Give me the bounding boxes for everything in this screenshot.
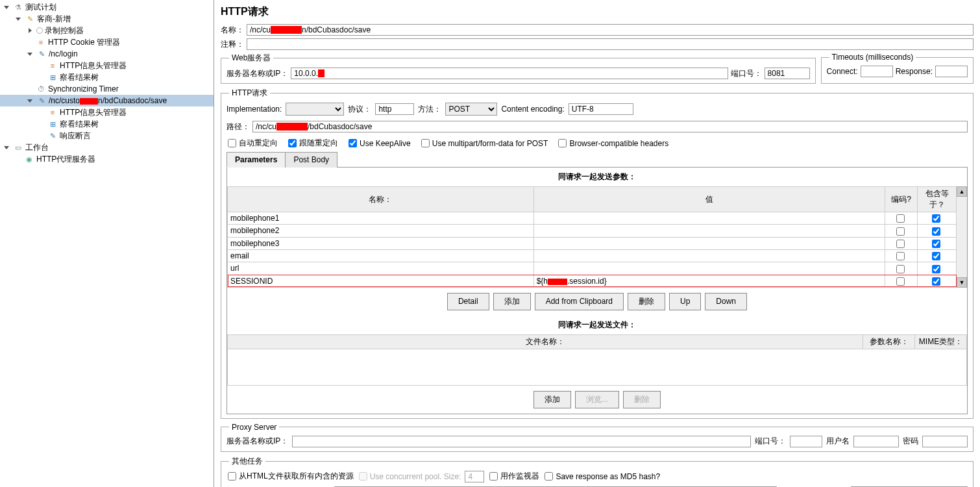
pool-size-input (465, 471, 484, 482)
scrollbar[interactable]: ▲ ▼ (957, 186, 967, 288)
browse-button[interactable]: 浏览... (575, 391, 619, 408)
delete-button[interactable]: 删除 (628, 293, 665, 310)
tree-root[interactable]: 测试计划 (0, 1, 214, 13)
page-title: HTTP请求 (221, 5, 974, 19)
expand-icon[interactable] (27, 51, 33, 57)
encode-checkbox[interactable] (896, 265, 905, 273)
table-row[interactable]: email (228, 249, 957, 262)
expand-icon[interactable] (4, 145, 10, 151)
file-delete-button[interactable]: 删除 (623, 391, 661, 408)
include-checkbox[interactable] (932, 214, 940, 223)
table-row[interactable]: mobilephone1 (228, 212, 957, 225)
tree-node[interactable]: HTTP信息头管理器 (0, 106, 214, 118)
file-add-button[interactable]: 添加 (533, 391, 571, 408)
label: /nc/login (49, 49, 78, 58)
wand-icon (25, 14, 35, 24)
impl-select[interactable] (286, 103, 344, 116)
proxy-port-input[interactable] (790, 436, 822, 447)
tab-post-body[interactable]: Post Body (285, 152, 337, 168)
encode-checkbox[interactable] (896, 227, 905, 236)
clipboard-button[interactable]: Add from Clipboard (535, 293, 624, 310)
retrieve-checkbox[interactable] (228, 472, 236, 481)
request-icon (36, 49, 47, 59)
tree-workbench[interactable]: 工作台 (0, 142, 214, 153)
detail-button[interactable]: Detail (447, 293, 489, 310)
tree-node[interactable]: 录制控制器 (0, 25, 214, 36)
table-row[interactable]: SESSIONID${h.session.id} (228, 275, 957, 287)
include-checkbox[interactable] (932, 277, 940, 286)
tab-parameters[interactable]: Parameters (227, 152, 286, 168)
proxy-server-input[interactable] (292, 436, 751, 447)
add-button[interactable]: 添加 (493, 293, 531, 310)
table-row[interactable]: mobilephone3 (228, 237, 957, 249)
table-row[interactable]: url (228, 262, 957, 275)
encode-checkbox[interactable] (896, 240, 905, 248)
keep-alive-checkbox[interactable] (349, 139, 357, 147)
name-input[interactable]: /nc/cun/bdCubasdoc/save (247, 24, 974, 36)
label: 察看结果树 (60, 72, 99, 83)
response-input[interactable] (935, 66, 968, 77)
comment-input[interactable] (247, 38, 974, 50)
tree-node[interactable]: 响应断言 (0, 130, 214, 142)
expand-icon[interactable] (16, 16, 21, 22)
proxy-section: Proxy Server 服务器名称或IP： 端口号： 用户名 密码 (221, 423, 974, 452)
connect-input[interactable] (861, 66, 893, 77)
include-checkbox[interactable] (932, 240, 940, 248)
encode-checkbox[interactable] (896, 252, 905, 260)
down-button[interactable]: Down (705, 293, 747, 310)
params-title: 同请求一起发送参数： (227, 168, 967, 186)
server-input[interactable]: 10.0.0. (291, 68, 728, 79)
method-select[interactable]: POST (445, 103, 497, 116)
tree-node[interactable]: 察看结果树 (0, 118, 214, 130)
tree-node[interactable]: /nc/login (0, 48, 214, 60)
name-label: 名称： (221, 25, 244, 36)
include-checkbox[interactable] (932, 252, 940, 260)
md5-checkbox[interactable] (545, 472, 553, 481)
timer-icon (36, 84, 46, 94)
table-row[interactable]: mobilephone2 (228, 225, 957, 237)
encode-checkbox[interactable] (896, 214, 905, 223)
tree-node[interactable]: HTTP代理服务器 (0, 153, 214, 165)
proxy-pass-input[interactable] (922, 436, 968, 447)
encoding-input[interactable] (569, 103, 633, 115)
cookie-icon (36, 37, 46, 47)
proto-input[interactable] (375, 103, 414, 115)
tree-node[interactable]: HTTP Cookie 管理器 (0, 36, 214, 48)
include-checkbox[interactable] (932, 227, 940, 236)
label: 测试计划 (25, 2, 56, 13)
header-icon (47, 107, 58, 118)
include-checkbox[interactable] (932, 265, 940, 273)
port-input[interactable] (765, 68, 810, 79)
tree-node-selected[interactable]: /nc/custon/bdCubasdoc/save (0, 95, 214, 106)
up-button[interactable]: Up (669, 293, 701, 310)
timeout-section: Timeouts (milliseconds) Connect: Respons… (821, 53, 974, 84)
port-label: 端口号： (731, 68, 762, 79)
multipart-checkbox[interactable] (421, 139, 430, 147)
tree-node[interactable]: HTTP信息头管理器 (0, 60, 214, 71)
expand-icon[interactable] (4, 5, 10, 10)
label: 察看结果树 (60, 119, 99, 130)
expand-icon[interactable] (27, 28, 33, 34)
scroll-up-icon: ▲ (957, 186, 967, 197)
proxy-user-input[interactable] (853, 436, 899, 447)
scroll-down-icon: ▼ (957, 277, 967, 288)
request-icon (36, 95, 47, 106)
globe-icon (24, 154, 34, 164)
param-table: 名称： 值 编码? 包含等于？ mobilephone1mobilephone2… (227, 186, 957, 288)
files-table: 文件名称： 参数名称： MIME类型： (227, 334, 967, 386)
tree-icon (47, 72, 58, 82)
expand-icon[interactable] (27, 98, 33, 104)
browser-compat-checkbox[interactable] (558, 139, 567, 147)
tree-node[interactable]: 察看结果树 (0, 71, 214, 83)
monitor-checkbox[interactable] (489, 472, 498, 481)
path-input[interactable]: /nc/cu/bdCubasdoc/save (252, 121, 968, 132)
main-panel: HTTP请求 名称： /nc/cun/bdCubasdoc/save 注释： W… (214, 0, 980, 487)
tree-node[interactable]: 客商-新增 (0, 13, 214, 25)
label: /nc/custon/bdCubasdoc/save (49, 96, 167, 105)
encode-checkbox[interactable] (896, 277, 905, 286)
auto-redirect-checkbox[interactable] (228, 139, 236, 147)
label: Synchronizing Timer (48, 84, 119, 94)
follow-redirect-checkbox[interactable] (288, 139, 297, 147)
tree-node[interactable]: Synchronizing Timer (0, 83, 214, 95)
http-request-section: HTTP请求 Implementation: 协议： 方法： POST Cont… (221, 88, 974, 419)
